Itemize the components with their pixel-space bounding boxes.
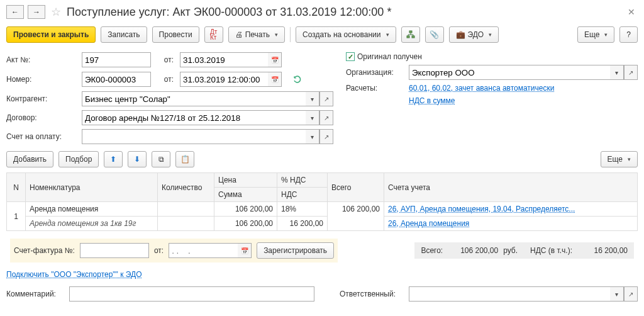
refresh-button[interactable] — [288, 71, 307, 87]
comment-label: Комментарий: — [6, 290, 63, 298]
open-icon[interactable]: ↗ — [624, 286, 638, 302]
total-value: 106 200,00 — [448, 246, 498, 255]
paperclip-icon: 📎 — [430, 30, 439, 39]
totals-panel: Всего: 106 200,00 руб. НДС (в т.ч.): 16 … — [414, 242, 634, 259]
help-button[interactable]: ? — [619, 26, 638, 43]
printer-icon: 🖨 — [235, 30, 243, 39]
attachment-button[interactable]: 📎 — [425, 26, 444, 43]
sf-date-input[interactable] — [169, 243, 238, 258]
svg-rect-1 — [407, 36, 409, 38]
open-icon[interactable]: ↗ — [319, 110, 333, 125]
calendar-icon[interactable]: 📅 — [238, 243, 252, 258]
create-based-button[interactable]: Создать на основании — [296, 26, 396, 43]
col-vatpct: % НДС — [277, 173, 328, 188]
dropdown-icon[interactable]: ▾ — [610, 65, 624, 80]
register-button[interactable]: Зарегистрировать — [257, 242, 334, 259]
col-qty: Количество — [158, 173, 214, 202]
act-no-label: Акт №: — [6, 55, 75, 64]
paste-button[interactable]: 📋 — [175, 151, 194, 167]
calendar-icon[interactable]: 📅 — [268, 72, 282, 87]
dtkt-button[interactable]: ДтКт — [204, 26, 223, 43]
window-title: Поступление услуг: Акт ЭК00-000003 от 31… — [67, 6, 621, 19]
col-n: N — [7, 173, 26, 202]
calendar-icon[interactable]: 📅 — [268, 52, 282, 67]
print-button[interactable]: 🖨 Печать — [228, 26, 285, 43]
more-button[interactable]: Еще — [577, 26, 614, 43]
table-row[interactable]: Аренда помещения за 1кв 19г 106 200,00 1… — [7, 217, 638, 231]
open-icon[interactable]: ↗ — [624, 65, 638, 80]
favorite-star-icon[interactable]: ☆ — [49, 5, 63, 19]
comment-input[interactable] — [69, 286, 314, 302]
add-row-button[interactable]: Добавить — [6, 151, 53, 167]
accounts-link-2[interactable]: 26, Аренда помещения — [388, 219, 469, 228]
col-sum: Сумма — [214, 188, 277, 202]
table-row[interactable]: 1 Аренда помещения 106 200,00 18% 106 20… — [7, 202, 638, 217]
vat-value: 16 200,00 — [577, 246, 628, 255]
invoice-input[interactable] — [82, 129, 306, 144]
copy-icon: ⧉ — [158, 155, 164, 164]
dropdown-icon[interactable]: ▾ — [610, 286, 624, 302]
col-price: Цена — [214, 173, 277, 188]
col-total: Всего — [328, 173, 384, 202]
number-label: Номер: — [6, 75, 75, 84]
original-received-checkbox[interactable]: ✓ Оригинал получен — [346, 52, 422, 61]
paste-icon: 📋 — [180, 155, 190, 164]
nav-back-button[interactable]: ← — [6, 5, 24, 19]
structure-icon — [406, 30, 415, 39]
accounts-link-1[interactable]: 26, АУП, Аренда помещения, 19.04, Распре… — [388, 205, 575, 213]
post-close-button[interactable]: Провести и закрыть — [6, 26, 96, 43]
sf-label: Счет-фактура №: — [14, 246, 75, 255]
col-accounts: Счета учета — [384, 173, 638, 202]
from-label-2: от: — [157, 75, 174, 84]
invoice-label: Счет на оплату: — [6, 132, 75, 141]
counterparty-label: Контрагент: — [6, 94, 75, 103]
col-vat: НДС — [277, 188, 328, 202]
close-icon[interactable]: ✕ — [625, 7, 638, 17]
number-input[interactable] — [82, 72, 151, 87]
responsible-label: Ответственный: — [340, 290, 402, 298]
contract-input[interactable] — [82, 110, 306, 125]
save-button[interactable]: Записать — [101, 26, 147, 43]
items-table: N Номенклатура Количество Цена % НДС Все… — [6, 172, 638, 231]
svg-rect-2 — [412, 36, 414, 38]
post-button[interactable]: Провести — [152, 26, 199, 43]
arrow-down-icon: ⬇ — [134, 155, 140, 164]
act-no-input[interactable] — [82, 52, 151, 67]
open-icon[interactable]: ↗ — [319, 129, 333, 144]
arrow-up-icon: ⬆ — [110, 155, 116, 164]
table-more-button[interactable]: Еще — [601, 151, 638, 167]
dropdown-icon[interactable]: ▾ — [306, 110, 319, 125]
nav-fwd-button[interactable]: → — [28, 5, 45, 19]
nds-mode-link[interactable]: НДС в сумме — [409, 96, 455, 105]
settlements-label: Расчеты: — [346, 84, 402, 93]
open-icon[interactable]: ↗ — [319, 91, 333, 106]
edo-icon: 💼 — [456, 30, 465, 39]
responsible-input[interactable] — [409, 286, 610, 302]
copy-button[interactable]: ⧉ — [152, 151, 170, 167]
refresh-icon — [293, 75, 302, 84]
edo-button[interactable]: 💼 ЭДО — [449, 26, 499, 43]
col-nom: Номенклатура — [26, 173, 158, 202]
separator — [290, 27, 291, 42]
connect-edo-link[interactable]: Подключить "ООО "Экспортер"" к ЭДО — [6, 270, 142, 279]
org-input[interactable] — [409, 65, 610, 80]
org-label: Организация: — [346, 68, 402, 77]
contract-label: Договор: — [6, 113, 75, 122]
settlements-link[interactable]: 60.01, 60.02, зачет аванса автоматически — [409, 84, 554, 93]
from-label-1: от: — [157, 55, 174, 64]
sf-number-input[interactable] — [80, 243, 149, 258]
pick-button[interactable]: Подбор — [58, 151, 99, 167]
dropdown-icon[interactable]: ▾ — [306, 129, 319, 144]
move-down-button[interactable]: ⬇ — [128, 151, 147, 167]
struct-button[interactable] — [401, 26, 420, 43]
counterparty-input[interactable] — [82, 91, 306, 106]
act-date-input[interactable] — [180, 52, 268, 67]
svg-rect-0 — [409, 31, 412, 33]
sf-from-label: от: — [154, 246, 164, 255]
number-date-input[interactable] — [180, 72, 268, 87]
move-up-button[interactable]: ⬆ — [104, 151, 123, 167]
dropdown-icon[interactable]: ▾ — [306, 91, 319, 106]
